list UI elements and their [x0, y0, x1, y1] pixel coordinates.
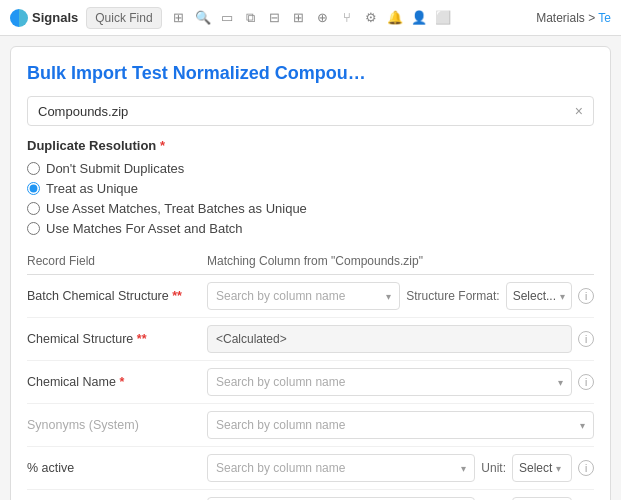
unit-label: Unit:	[481, 461, 506, 475]
chevron-down-icon: ▾	[558, 377, 563, 388]
col1-header: Record Field	[27, 254, 207, 268]
select-value: Select...	[513, 289, 556, 303]
field-label: Synonyms (System)	[27, 418, 207, 432]
view-icon[interactable]: ⊞	[290, 9, 308, 27]
search-placeholder: Search by column name	[216, 418, 345, 432]
chevron-down-icon: ▾	[461, 463, 466, 474]
radio-dont-submit[interactable]: Don't Submit Duplicates	[27, 161, 594, 176]
search-placeholder: Search by column name	[216, 461, 345, 475]
search-placeholder: <Calculated>	[216, 332, 287, 346]
radio-asset-match[interactable]: Use Asset Matches, Treat Batches as Uniq…	[27, 201, 594, 216]
panel-icon[interactable]: ▭	[218, 9, 236, 27]
radio-dont-submit-input[interactable]	[27, 162, 40, 175]
user-icon[interactable]: 👤	[410, 9, 428, 27]
table-row: Batch Chemical Structure **Search by col…	[27, 275, 594, 318]
grid-icon[interactable]: ⊞	[170, 9, 188, 27]
table-row: Chemical Structure **<Calculated>i	[27, 318, 594, 361]
structure-format-label: Structure Format:	[406, 289, 499, 303]
radio-asset-batch[interactable]: Use Matches For Asset and Batch	[27, 221, 594, 236]
table-row: % activeSearch by column name▾Unit:Selec…	[27, 447, 594, 490]
required-star: **	[137, 332, 147, 346]
field-label: Chemical Structure **	[27, 332, 207, 346]
field-label: % active	[27, 461, 207, 475]
radio-asset-match-input[interactable]	[27, 202, 40, 215]
field-controls: Search by column name▾Structure Format:S…	[207, 282, 594, 310]
table-row: Synonyms (System)Search by column name▾	[27, 404, 594, 447]
breadcrumb-prefix: Materials	[536, 11, 585, 25]
field-label: Chemical Name *	[27, 375, 207, 389]
radio-treat-unique-input[interactable]	[27, 182, 40, 195]
file-name: Compounds.zip	[38, 104, 128, 119]
info-icon[interactable]: i	[578, 331, 594, 347]
file-row: Compounds.zip ×	[27, 96, 594, 126]
quickfind-button[interactable]: Quick Find	[86, 7, 161, 29]
copy-icon[interactable]: ⧉	[242, 9, 260, 27]
duplicate-resolution-label: Duplicate Resolution *	[27, 138, 594, 153]
required-star: *	[119, 375, 124, 389]
breadcrumb-current: Te	[598, 11, 611, 25]
navbar: Signals Quick Find ⊞ 🔍 ▭ ⧉ ⊟ ⊞ ⊕ ⑂ ⚙ 🔔 👤…	[0, 0, 621, 36]
chevron-down-icon: ▾	[580, 420, 585, 431]
info-icon[interactable]: i	[578, 374, 594, 390]
search-placeholder: Search by column name	[216, 375, 345, 389]
bell-icon[interactable]: 🔔	[386, 9, 404, 27]
structure-format-select[interactable]: Select...▾	[506, 282, 572, 310]
field-label: Batch Chemical Structure **	[27, 289, 207, 303]
table-header: Record Field Matching Column from "Compo…	[27, 250, 594, 275]
table-row: Amount *Search by column name▾Unit:Selec…	[27, 490, 594, 500]
col2-header: Matching Column from "Compounds.zip"	[207, 254, 594, 268]
search-icon[interactable]: 🔍	[194, 9, 212, 27]
chevron-down-icon: ▾	[556, 463, 561, 474]
field-controls: <Calculated>i	[207, 325, 594, 353]
radio-group: Don't Submit Duplicates Treat as Unique …	[27, 161, 594, 236]
unit-select[interactable]: Select▾	[512, 454, 572, 482]
info-icon[interactable]: i	[578, 288, 594, 304]
required-star: **	[172, 289, 182, 303]
breadcrumb-separator: >	[588, 11, 598, 25]
search-dropdown[interactable]: Search by column name▾	[207, 282, 400, 310]
field-controls: Search by column name▾	[207, 411, 594, 439]
settings-icon[interactable]: ⚙	[362, 9, 380, 27]
chevron-down-icon: ▾	[560, 291, 565, 302]
fields-container: Batch Chemical Structure **Search by col…	[27, 275, 594, 500]
chevron-down-icon: ▾	[386, 291, 391, 302]
search-dropdown[interactable]: Search by column name▾	[207, 411, 594, 439]
search-dropdown[interactable]: <Calculated>	[207, 325, 572, 353]
table-row: Chemical Name *Search by column name▾i	[27, 361, 594, 404]
app-name: Signals	[32, 10, 78, 25]
field-controls: Search by column name▾i	[207, 368, 594, 396]
info-icon[interactable]: i	[578, 460, 594, 476]
radio-treat-unique[interactable]: Treat as Unique	[27, 181, 594, 196]
nav-icons: ⊞ 🔍 ▭ ⧉ ⊟ ⊞ ⊕ ⑂ ⚙ 🔔 👤 ⬜	[170, 9, 529, 27]
search-dropdown[interactable]: Search by column name▾	[207, 368, 572, 396]
unit-value: Select	[519, 461, 552, 475]
breadcrumb: Materials > Te	[536, 11, 611, 25]
required-indicator: *	[160, 138, 165, 153]
search-dropdown[interactable]: Search by column name▾	[207, 454, 475, 482]
stack-icon[interactable]: ⊕	[314, 9, 332, 27]
search-placeholder: Search by column name	[216, 289, 345, 303]
box-icon[interactable]: ⬜	[434, 9, 452, 27]
page-title: Bulk Import Test Normalized Compou…	[27, 63, 594, 84]
field-controls: Search by column name▾Unit:Select▾i	[207, 454, 594, 482]
main-panel: Bulk Import Test Normalized Compou… Comp…	[10, 46, 611, 500]
logo-icon	[10, 9, 28, 27]
table-icon[interactable]: ⊟	[266, 9, 284, 27]
app-logo: Signals	[10, 9, 78, 27]
close-icon[interactable]: ×	[575, 103, 583, 119]
radio-asset-batch-input[interactable]	[27, 222, 40, 235]
branch-icon[interactable]: ⑂	[338, 9, 356, 27]
